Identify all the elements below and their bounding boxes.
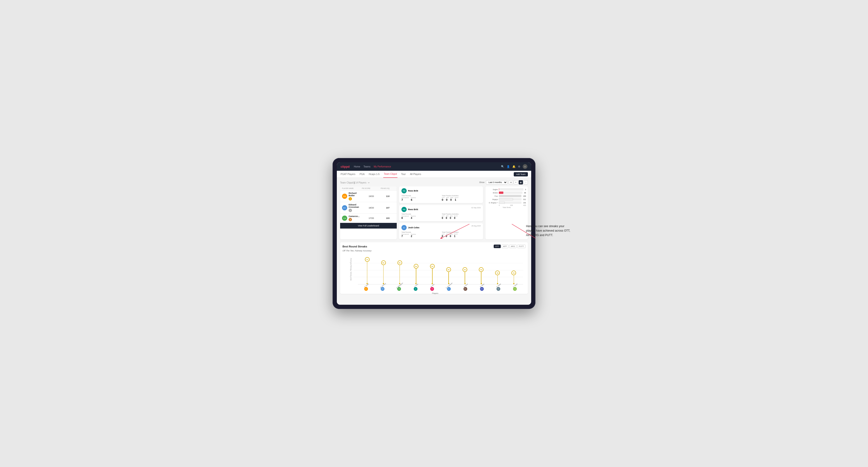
rank-badge-3: 3 <box>349 218 352 221</box>
team-title-area: Team Clippd | 14 Players ✏ <box>340 180 370 184</box>
show-label: Show <box>479 181 485 184</box>
nav-home[interactable]: Home <box>354 165 360 168</box>
streak-dot <box>464 283 466 284</box>
bar-value-bogeys: 311 <box>523 198 526 200</box>
player-avg-1: 110 <box>381 195 395 197</box>
player-card-2: RB Rees Britt 02 Sep 2023 Total Rounds T… <box>399 205 483 221</box>
streak-bubble: 6x <box>381 260 386 265</box>
player-avatar-3: CA <box>342 216 347 221</box>
list-view-icon[interactable]: ≡ <box>514 180 518 184</box>
bar-value-eagles: 3 <box>525 189 526 190</box>
player-name-2: Edward Crossman <box>349 204 362 208</box>
player-card-top: RB Rees Britt Total Rounds <box>399 186 483 203</box>
putt-stat: PUTT 1 <box>455 197 459 201</box>
player-name-1: Richard Butler <box>349 192 362 197</box>
bar-label-eagles: Eagles <box>487 189 498 190</box>
player-info-2: EC Edward Crossman 2 <box>342 204 362 212</box>
streak-line <box>383 263 384 283</box>
grid-view-icon[interactable]: ⊞ <box>509 180 513 184</box>
streak-bars: 7x6x6x5x5x4x4x4x3x3x <box>358 256 523 284</box>
streak-dot <box>481 283 482 284</box>
streak-dot <box>448 283 450 284</box>
bar-track-pars <box>499 195 522 197</box>
nav-teams[interactable]: Teams <box>364 165 370 168</box>
x-axis-item: E. EwertEE <box>358 285 374 291</box>
x-axis-item: D. FordDF <box>457 285 474 291</box>
user-avatar[interactable]: U <box>523 164 527 169</box>
period-dropdown[interactable]: Last 3 months <box>486 180 507 184</box>
streak-bubble: 4x <box>479 267 484 272</box>
card-view-icon[interactable]: ▦ <box>519 180 523 184</box>
filter-arg[interactable]: ARG <box>509 245 517 248</box>
settings-icon[interactable]: ⚙ <box>518 165 520 168</box>
total-rounds-group: Total Rounds Tournament 7 Practice <box>401 195 440 201</box>
bar-label-bogeys: Bogeys <box>487 198 498 200</box>
x-axis-label: Players <box>432 292 438 294</box>
lb-header: PLAYER NAME PB SCORE PB AVG SQ <box>340 186 397 191</box>
x-axis-item: B. McHargBM <box>374 285 391 291</box>
person-icon[interactable]: 👤 <box>507 165 510 168</box>
table-view-icon[interactable]: ↕ <box>524 180 528 184</box>
streak-bar-item: 4x <box>457 270 473 284</box>
streak-bubble: 3x <box>512 271 516 275</box>
tab-tour[interactable]: Tour <box>401 171 406 178</box>
tab-pgat-players[interactable]: PGAT Players <box>340 171 356 178</box>
bell-icon[interactable]: 🔔 <box>512 165 516 168</box>
filter-putt[interactable]: PUTT <box>517 245 526 248</box>
streaks-header: Best Round Streaks OTT APP ARG PUTT <box>342 245 526 248</box>
bar-row-bogeys: Bogeys 311 <box>487 198 526 200</box>
view-full-leaderboard-button[interactable]: View Full Leaderboard <box>340 223 397 228</box>
x-axis: E. EwertEEB. McHargBMD. BillinghamDBJ. C… <box>358 284 523 291</box>
streak-dot <box>497 283 498 284</box>
streak-bubble: 4x <box>446 267 451 272</box>
team-header: Team Clippd | 14 Players ✏ Show Last 3 m… <box>340 180 528 184</box>
tab-team-clippd[interactable]: Team Clippd <box>383 171 398 178</box>
streaks-subtitle: Off The Tee, Fairway Accuracy <box>342 250 526 252</box>
tab-all-players[interactable]: All Players <box>409 171 422 178</box>
card-name-3: Josh Coles <box>408 226 420 229</box>
streak-bubble: 7x <box>365 257 370 262</box>
filter-ott[interactable]: OTT <box>494 245 501 248</box>
streak-bar-item: 6x <box>375 263 392 284</box>
bar-row-birdies: Birdies 96 <box>487 191 526 194</box>
table-row: RB Richard Butler 1 19/20 110 <box>340 191 397 202</box>
annotation-text: Here you can see streaks your players ha… <box>526 224 573 238</box>
player-name-3: Cameron... <box>349 215 360 217</box>
streak-dot <box>513 283 515 284</box>
player-score-1: 19/20 <box>362 195 381 197</box>
pb-score-col: PB SCORE <box>362 187 381 189</box>
y-axis-label: Best Streak, Fairway Accuracy <box>345 254 356 284</box>
nav-my-performance[interactable]: My Performance <box>374 165 391 168</box>
main-content: Team Clippd | 14 Players ✏ Show Last 3 m… <box>337 178 531 305</box>
x-axis-item: E. CrossmanEC <box>440 285 457 291</box>
navbar: clippd Home Teams My Performance 🔍 👤 🔔 ⚙… <box>337 162 531 171</box>
table-row: EC Edward Crossman 2 18/20 107 <box>340 202 397 214</box>
subnav: PGAT Players PGA Hcaps 1-5 Team Clippd T… <box>337 171 531 178</box>
streak-bar-item: 5x <box>424 266 440 284</box>
bar-fill-bogeys <box>499 198 513 200</box>
annotation: Here you can see streaks your players ha… <box>526 224 573 238</box>
bar-value-dbogeys: 131 <box>523 202 526 204</box>
tab-hcaps[interactable]: Hcaps 1-5 <box>368 171 380 178</box>
streak-bar-item: 3x <box>506 273 522 284</box>
streak-line <box>416 266 416 283</box>
tab-pga[interactable]: PGA <box>359 171 365 178</box>
search-icon[interactable]: 🔍 <box>501 165 504 168</box>
bar-track-birdies <box>499 191 522 194</box>
total-rounds-label: Total Rounds <box>401 195 440 196</box>
streak-bar-item: 3x <box>489 273 506 284</box>
bar-track-bogeys <box>499 198 522 200</box>
table-row: CA Cameron... 3 17/20 103 <box>340 214 397 223</box>
bar-fill-dbogeys <box>499 201 505 204</box>
filter-app[interactable]: APP <box>501 245 508 248</box>
show-control: Show Last 3 months ⊞ ≡ ▦ ↕ <box>479 180 528 184</box>
bar-chart: Eagles 3 Birdies <box>487 188 526 204</box>
streak-bubble: 5x <box>430 264 435 269</box>
bar-track-eagles <box>499 188 523 191</box>
add-team-button[interactable]: Add Team <box>514 172 528 177</box>
player-card-3: JC Josh Coles 26 Aug 2023 Total Rounds T… <box>399 223 483 239</box>
view-icons: ⊞ ≡ ▦ ↕ <box>509 180 528 184</box>
edit-team-icon[interactable]: ✏ <box>368 182 370 184</box>
player-score-3: 17/20 <box>362 217 381 219</box>
practice-stat: Practice 6 <box>411 197 416 201</box>
